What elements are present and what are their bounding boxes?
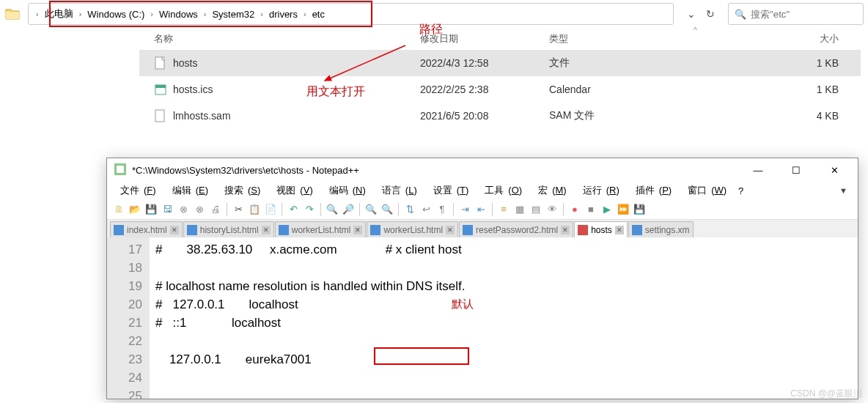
- menu-file[interactable]: 文件(F): [111, 182, 161, 199]
- minimize-button[interactable]: —: [742, 160, 774, 180]
- search-input[interactable]: [751, 9, 868, 20]
- open-icon[interactable]: 📂: [128, 202, 142, 217]
- svg-rect-4: [155, 110, 164, 122]
- menu-run[interactable]: 运行(R): [574, 182, 624, 199]
- new-icon[interactable]: 🗎: [111, 202, 126, 217]
- playmult-icon[interactable]: ⏩: [616, 202, 630, 217]
- file-icon: [279, 225, 289, 235]
- refresh-icon[interactable]: ↻: [706, 8, 715, 20]
- file-date: 2022/2/25 2:38: [420, 84, 549, 95]
- func-icon[interactable]: ≡: [496, 202, 511, 217]
- showall-icon[interactable]: ¶: [435, 202, 449, 217]
- menu-encoding[interactable]: 编码(N): [320, 182, 370, 199]
- record-icon[interactable]: ●: [567, 202, 582, 217]
- tab-settings[interactable]: settings.xm: [628, 221, 694, 237]
- file-type: SAM 文件: [549, 109, 666, 122]
- svg-rect-7: [117, 166, 124, 173]
- cut-icon[interactable]: ✂: [231, 202, 246, 217]
- bc-item[interactable]: etc: [309, 7, 328, 21]
- editor[interactable]: 171819202122232425 # 38.25.63.10 x.acme.…: [107, 237, 858, 399]
- dropdown-icon[interactable]: ⌄: [687, 8, 696, 20]
- tab-worker2[interactable]: workerList.html✕: [367, 221, 458, 237]
- bc-item[interactable]: 此电脑: [42, 6, 76, 22]
- stop-icon[interactable]: ■: [584, 202, 598, 217]
- zoom-out-icon[interactable]: 🔍: [380, 202, 394, 217]
- nav-buttons: ⌄ ↻: [681, 8, 721, 20]
- search-box[interactable]: 🔍: [728, 3, 864, 25]
- explorer-window: › 此电脑 › Windows (C:) › Windows › System3…: [0, 0, 868, 158]
- title-bar[interactable]: *C:\Windows\System32\drivers\etc\hosts -…: [107, 158, 858, 182]
- file-list: 名称 修改日期 类型 大小 ^ hosts 2022/4/3 12:58 文件 …: [139, 28, 861, 129]
- copy-icon[interactable]: 📋: [247, 202, 262, 217]
- menu-language[interactable]: 语言(L): [373, 182, 422, 199]
- file-row[interactable]: hosts.ics 2022/2/25 2:38 Calendar 1 KB: [139, 76, 861, 103]
- search-icon: 🔍: [735, 9, 746, 20]
- close-icon[interactable]: ✕: [353, 226, 362, 234]
- code-area[interactable]: # 38.25.63.10 x.acme.com # x client host…: [150, 237, 858, 399]
- col-date[interactable]: 修改日期: [420, 32, 549, 45]
- close-icon[interactable]: ⊗: [176, 202, 191, 217]
- close-button[interactable]: ✕: [818, 160, 850, 180]
- col-name[interactable]: 名称: [139, 32, 420, 45]
- close-icon[interactable]: ✕: [262, 226, 271, 234]
- paste-icon[interactable]: 📄: [263, 202, 278, 217]
- bc-item[interactable]: System32: [209, 7, 257, 21]
- doc-icon[interactable]: ▤: [529, 202, 543, 217]
- zoom-in-icon[interactable]: 🔍: [364, 202, 378, 217]
- close-icon[interactable]: ✕: [615, 226, 624, 234]
- play-icon[interactable]: ▶: [600, 202, 614, 217]
- app-icon: [114, 163, 126, 177]
- close-icon[interactable]: ✕: [170, 226, 179, 234]
- file-name: lmhosts.sam: [173, 110, 231, 122]
- replace-icon[interactable]: 🔎: [341, 202, 356, 217]
- saveall-icon[interactable]: 🖫: [160, 202, 174, 217]
- wrap-icon[interactable]: ↩: [419, 202, 433, 217]
- menu-search[interactable]: 搜索(S): [216, 182, 265, 199]
- tab-history[interactable]: historyList.html✕: [183, 221, 274, 237]
- breadcrumb[interactable]: › 此电脑 › Windows (C:) › Windows › System3…: [28, 3, 674, 25]
- maximize-button[interactable]: ☐: [780, 160, 812, 180]
- tab-worker1[interactable]: workerList.html✕: [275, 221, 367, 237]
- undo-icon[interactable]: ↶: [286, 202, 301, 217]
- file-icon: [370, 225, 380, 235]
- file-name: hosts.ics: [173, 84, 213, 95]
- sort-indicator-icon: ^: [694, 26, 697, 34]
- savemacro-icon[interactable]: 💾: [632, 202, 647, 217]
- save-icon[interactable]: 💾: [144, 202, 158, 217]
- closeall-icon[interactable]: ⊗: [192, 202, 207, 217]
- file-row[interactable]: lmhosts.sam 2021/6/5 20:08 SAM 文件 4 KB: [139, 103, 861, 129]
- tab-index[interactable]: index.html✕: [110, 221, 183, 237]
- sync-icon[interactable]: ⇅: [402, 202, 417, 217]
- file-type: 文件: [549, 56, 666, 70]
- close-icon[interactable]: ✕: [561, 226, 570, 234]
- bc-item[interactable]: Windows: [156, 7, 201, 21]
- file-icon: [632, 225, 642, 235]
- menu-edit[interactable]: 编辑(E): [163, 182, 213, 199]
- menu-tools[interactable]: 工具(O): [476, 182, 526, 199]
- redo-icon[interactable]: ↷: [302, 202, 317, 217]
- col-type[interactable]: 类型: [549, 32, 666, 45]
- chevron-down-icon[interactable]: ▼: [835, 185, 852, 196]
- map-icon[interactable]: ▦: [512, 202, 527, 217]
- menu-macro[interactable]: 宏(M): [529, 182, 571, 199]
- tab-reset[interactable]: resetPassword2.html✕: [459, 221, 573, 237]
- calendar-icon: [154, 83, 167, 96]
- outdent-icon[interactable]: ⇤: [474, 202, 488, 217]
- indent-icon[interactable]: ⇥: [457, 202, 472, 217]
- monitor-icon[interactable]: 👁: [545, 202, 559, 217]
- menu-window[interactable]: 窗口(W): [679, 182, 731, 199]
- file-date: 2021/6/5 20:08: [420, 110, 549, 122]
- menu-help[interactable]: ?: [734, 184, 748, 198]
- find-icon[interactable]: 🔍: [325, 202, 339, 217]
- tab-hosts[interactable]: hosts✕: [574, 221, 628, 237]
- menu-view[interactable]: 视图(V): [268, 182, 317, 199]
- print-icon[interactable]: 🖨: [208, 202, 223, 217]
- close-icon[interactable]: ✕: [446, 226, 455, 234]
- toolbar: 🗎 📂 💾 🖫 ⊗ ⊗ 🖨 ✂ 📋 📄 ↶ ↷ 🔍 🔎 🔍 🔍 ⇅ ↩ ¶ ⇥ …: [107, 199, 858, 220]
- file-icon: [463, 225, 473, 235]
- bc-item[interactable]: Windows (C:): [84, 7, 147, 21]
- menu-settings[interactable]: 设置(T): [424, 182, 474, 199]
- bc-item[interactable]: drivers: [266, 7, 301, 21]
- menu-plugins[interactable]: 插件(P): [627, 182, 676, 199]
- file-row[interactable]: hosts 2022/4/3 12:58 文件 1 KB: [139, 50, 861, 76]
